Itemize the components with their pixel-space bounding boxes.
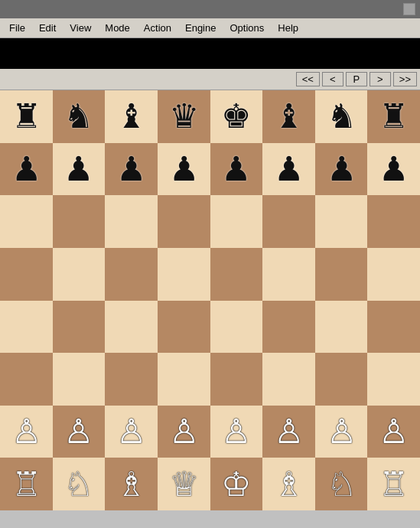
- cell-1-0[interactable]: ♟: [0, 143, 53, 196]
- cell-0-7[interactable]: ♜: [367, 90, 420, 143]
- cell-2-7[interactable]: [367, 195, 420, 248]
- cell-1-3[interactable]: ♟: [158, 143, 210, 196]
- cell-4-1[interactable]: [53, 301, 106, 354]
- piece-0-3: ♛: [169, 99, 199, 133]
- piece-6-5: ♙: [274, 415, 304, 448]
- cell-1-5[interactable]: ♟: [262, 143, 315, 196]
- cell-3-6[interactable]: [315, 248, 368, 301]
- cell-0-0[interactable]: ♜: [0, 90, 53, 143]
- cell-7-7[interactable]: ♖: [367, 458, 420, 510]
- nav-bar: <<<P>>>: [0, 69, 420, 90]
- piece-7-7: ♖: [379, 468, 409, 501]
- cell-7-3[interactable]: ♕: [158, 458, 210, 510]
- piece-7-1: ♘: [63, 468, 93, 501]
- menu-item-file[interactable]: File: [3, 21, 31, 35]
- cell-0-3[interactable]: ♛: [158, 90, 210, 143]
- piece-6-0: ♙: [11, 415, 41, 448]
- piece-1-1: ♟: [63, 152, 93, 186]
- cell-5-4[interactable]: [210, 353, 263, 406]
- cell-5-3[interactable]: [158, 353, 210, 406]
- piece-0-7: ♜: [379, 99, 409, 133]
- menu-item-edit[interactable]: Edit: [33, 21, 62, 35]
- cell-2-3[interactable]: [158, 195, 210, 248]
- piece-0-5: ♝: [274, 99, 304, 133]
- piece-7-5: ♗: [274, 468, 304, 501]
- piece-1-2: ♟: [116, 152, 146, 186]
- cell-2-4[interactable]: [210, 195, 263, 248]
- cell-3-4[interactable]: [210, 248, 263, 301]
- piece-0-0: ♜: [11, 99, 41, 133]
- cell-0-2[interactable]: ♝: [105, 90, 158, 143]
- cell-6-6[interactable]: ♙: [315, 406, 368, 458]
- cell-2-6[interactable]: [315, 195, 368, 248]
- nav-btn-P[interactable]: P: [346, 72, 367, 86]
- menu-item-options[interactable]: Options: [223, 21, 270, 35]
- cell-6-4[interactable]: ♙: [210, 406, 263, 458]
- cell-7-1[interactable]: ♘: [53, 458, 106, 510]
- cell-3-3[interactable]: [158, 248, 210, 301]
- cell-6-3[interactable]: ♙: [158, 406, 210, 458]
- score-bar: [0, 38, 420, 69]
- nav-btn-[interactable]: <<: [296, 72, 320, 86]
- cell-0-5[interactable]: ♝: [262, 90, 315, 143]
- menu-item-engine[interactable]: Engine: [179, 21, 222, 35]
- cell-5-5[interactable]: [262, 353, 315, 406]
- nav-btn-[interactable]: >: [370, 72, 391, 86]
- menu-item-view[interactable]: View: [63, 21, 97, 35]
- piece-6-1: ♙: [63, 415, 93, 448]
- cell-1-2[interactable]: ♟: [105, 143, 158, 196]
- cell-5-6[interactable]: [315, 353, 368, 406]
- cell-3-0[interactable]: [0, 248, 53, 301]
- menu-item-help[interactable]: Help: [272, 21, 304, 35]
- cell-4-6[interactable]: [315, 301, 368, 354]
- nav-btn-[interactable]: >>: [393, 72, 417, 86]
- cell-2-5[interactable]: [262, 195, 315, 248]
- menu-item-action[interactable]: Action: [138, 21, 177, 35]
- cell-3-1[interactable]: [53, 248, 106, 301]
- cell-1-6[interactable]: ♟: [315, 143, 368, 196]
- piece-1-0: ♟: [11, 152, 41, 186]
- cell-6-2[interactable]: ♙: [105, 406, 158, 458]
- cell-7-5[interactable]: ♗: [262, 458, 315, 510]
- cell-1-7[interactable]: ♟: [367, 143, 420, 196]
- cell-2-2[interactable]: [105, 195, 158, 248]
- cell-7-2[interactable]: ♗: [105, 458, 158, 510]
- cell-0-1[interactable]: ♞: [53, 90, 106, 143]
- piece-1-6: ♟: [327, 152, 357, 186]
- cell-4-3[interactable]: [158, 301, 210, 354]
- cell-1-4[interactable]: ♟: [210, 143, 263, 196]
- cell-0-6[interactable]: ♞: [315, 90, 368, 143]
- piece-7-0: ♖: [11, 468, 41, 501]
- cell-5-1[interactable]: [53, 353, 106, 406]
- piece-0-4: ♚: [221, 99, 251, 133]
- cell-5-0[interactable]: [0, 353, 53, 406]
- cell-5-7[interactable]: [367, 353, 420, 406]
- cell-4-5[interactable]: [262, 301, 315, 354]
- piece-7-6: ♘: [327, 468, 357, 501]
- cell-1-1[interactable]: ♟: [53, 143, 106, 196]
- cell-2-1[interactable]: [53, 195, 106, 248]
- cell-7-0[interactable]: ♖: [0, 458, 53, 510]
- piece-6-3: ♙: [169, 415, 199, 448]
- cell-6-5[interactable]: ♙: [262, 406, 315, 458]
- cell-4-2[interactable]: [105, 301, 158, 354]
- cell-7-4[interactable]: ♔: [210, 458, 263, 510]
- cell-3-7[interactable]: [367, 248, 420, 301]
- close-button[interactable]: [403, 3, 415, 15]
- piece-7-3: ♕: [169, 468, 199, 501]
- cell-7-6[interactable]: ♘: [315, 458, 368, 510]
- cell-6-0[interactable]: ♙: [0, 406, 53, 458]
- cell-2-0[interactable]: [0, 195, 53, 248]
- menu-item-mode[interactable]: Mode: [99, 21, 136, 35]
- piece-7-2: ♗: [116, 468, 146, 501]
- nav-btn-[interactable]: <: [322, 72, 343, 86]
- cell-0-4[interactable]: ♚: [210, 90, 263, 143]
- cell-4-4[interactable]: [210, 301, 263, 354]
- cell-3-5[interactable]: [262, 248, 315, 301]
- cell-6-7[interactable]: ♙: [367, 406, 420, 458]
- cell-5-2[interactable]: [105, 353, 158, 406]
- cell-6-1[interactable]: ♙: [53, 406, 106, 458]
- cell-3-2[interactable]: [105, 248, 158, 301]
- cell-4-7[interactable]: [367, 301, 420, 354]
- cell-4-0[interactable]: [0, 301, 53, 354]
